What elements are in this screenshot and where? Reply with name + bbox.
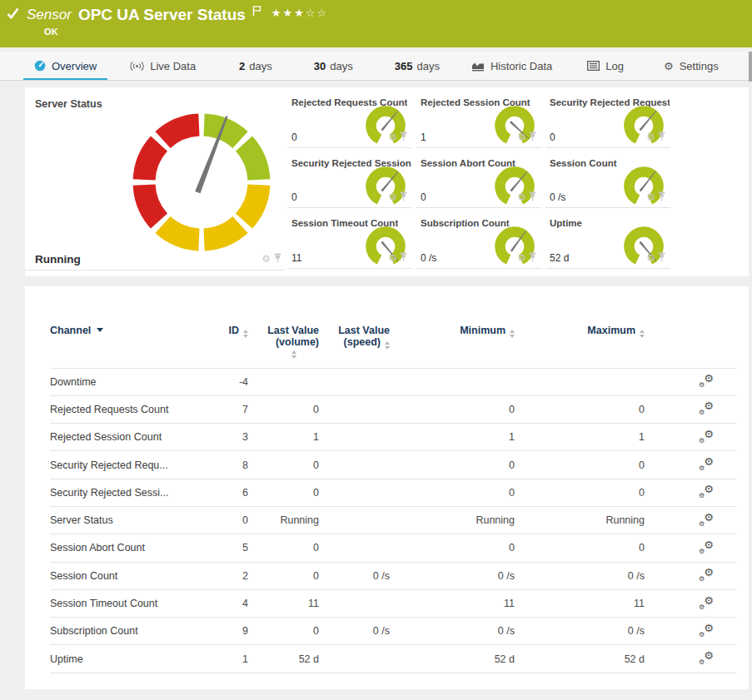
cell: 1 (520, 424, 650, 451)
pin-icon[interactable] (274, 251, 281, 266)
cell-actions: ⚙⚙ (650, 618, 737, 645)
tab-range-number: 2 (239, 60, 245, 72)
channel-value: 0 /s (550, 191, 565, 203)
cell: 0 (396, 395, 520, 423)
table-row: Session Timeout Count4111111⚙⚙ (50, 589, 737, 617)
table-row: Uptime152 d52 d52 d⚙⚙ (50, 645, 737, 673)
tab-historic-data[interactable]: Historic Data (461, 52, 563, 80)
priority-flag-icon[interactable] (252, 5, 261, 20)
channel-settings-icon[interactable]: ⚙⚙ (699, 401, 714, 415)
table-row: Rejected Session Count3111⚙⚙ (50, 424, 737, 451)
mini-gauge-panel[interactable]: Session Timeout Count11⚙ (287, 208, 412, 269)
tab-overview[interactable]: Overview (23, 52, 107, 80)
priority-stars[interactable]: ★★★☆☆ (271, 7, 328, 19)
mini-gauge-panel[interactable]: Security Rejected Session Co...0⚙ (287, 148, 412, 209)
tab-log[interactable]: Log (576, 52, 635, 80)
cell: 0 (254, 618, 325, 645)
cell: 0 (396, 534, 520, 562)
column-header-id[interactable]: ID (208, 320, 254, 368)
column-header-last-value-speed[interactable]: Last Value (speed) (325, 320, 396, 368)
column-header-channel[interactable]: Channel (50, 320, 208, 368)
sort-icon (640, 330, 645, 338)
gear-icon[interactable]: ⚙ (517, 253, 526, 263)
channel-settings-icon[interactable]: ⚙⚙ (699, 429, 714, 443)
tab-365-days[interactable]: 365days (384, 52, 451, 80)
tab-live-data[interactable]: Live Data (119, 52, 207, 80)
cell: 0 /s (520, 562, 650, 589)
channels-card: Channel ID Last Value (volume) Last Valu… (25, 286, 749, 689)
channel-settings-icon[interactable]: ⚙⚙ (699, 651, 714, 664)
pin-icon[interactable] (400, 251, 407, 266)
cell: 0 (208, 506, 254, 534)
cell (325, 451, 396, 479)
channel-settings-icon[interactable]: ⚙⚙ (699, 623, 714, 637)
cell (325, 589, 396, 617)
table-row: Security Rejected Sessi...6000⚙⚙ (50, 479, 737, 506)
pin-icon[interactable] (529, 190, 536, 205)
cell: 52 d (396, 645, 520, 673)
gear-icon[interactable]: ⚙ (388, 253, 397, 263)
cell: 1 (396, 424, 520, 451)
gear-icon[interactable]: ⚙ (646, 192, 655, 202)
mini-gauge-panel[interactable]: Uptime52 d⚙ (545, 208, 670, 269)
gear-icon[interactable]: ⚙ (646, 132, 655, 142)
gear-icon[interactable]: ⚙ (388, 192, 397, 202)
channel-settings-icon[interactable]: ⚙⚙ (699, 596, 714, 609)
gear-icon[interactable]: ⚙ (261, 254, 271, 264)
sort-icon (243, 330, 248, 338)
column-header-minimum[interactable]: Minimum (396, 320, 520, 368)
cell: Downtime (50, 368, 208, 395)
cell: 8 (208, 451, 254, 479)
gear-icon[interactable]: ⚙ (517, 132, 526, 142)
cell: 0 /s (396, 618, 520, 645)
pin-icon[interactable] (529, 130, 536, 145)
cell: Security Rejected Requ... (50, 451, 208, 479)
pin-icon[interactable] (400, 190, 407, 205)
channel-settings-icon[interactable]: ⚙⚙ (699, 568, 714, 581)
table-row: Downtime-4⚙⚙ (50, 368, 737, 395)
channel-settings-icon[interactable]: ⚙⚙ (699, 540, 714, 554)
cell-actions: ⚙⚙ (650, 645, 737, 673)
cell (325, 424, 396, 451)
mini-gauge-panel[interactable]: Session Abort Count0⚙ (416, 148, 541, 209)
cell-actions: ⚙⚙ (650, 424, 737, 451)
channel-settings-icon[interactable]: ⚙⚙ (699, 513, 714, 526)
mini-gauge-panel[interactable]: Session Count0 /s⚙ (545, 148, 670, 209)
server-status-panel[interactable]: Server Status Running ⚙ (25, 87, 285, 271)
cell: 11 (520, 589, 650, 617)
channel-value: 0 (291, 132, 297, 143)
tab-settings[interactable]: ⚙Settings (653, 52, 730, 80)
mini-gauge-panel[interactable]: Rejected Session Count1⚙ (416, 87, 541, 148)
pin-icon[interactable] (658, 251, 665, 266)
cell: 52 d (520, 645, 650, 673)
channel-settings-icon[interactable]: ⚙⚙ (699, 374, 714, 387)
channel-table-body: Downtime-4⚙⚙Rejected Requests Count7000⚙… (50, 368, 737, 673)
cell: 0 (254, 479, 325, 506)
channel-value: 52 d (550, 252, 569, 264)
mini-gauge-panel[interactable]: Subscription Count0 /s⚙ (416, 208, 541, 269)
cell: 1 (254, 424, 325, 451)
column-header-last-value-volume[interactable]: Last Value (volume) (254, 320, 325, 368)
column-header-actions (650, 320, 737, 368)
pin-icon[interactable] (658, 130, 665, 145)
channel-settings-icon[interactable]: ⚙⚙ (699, 484, 714, 498)
settings-icon: ⚙ (664, 61, 674, 72)
cell: 3 (208, 424, 254, 451)
mini-gauge-panel[interactable]: Security Rejected Requests C...0⚙ (545, 87, 670, 148)
tab-range-number: 365 (395, 60, 413, 72)
pin-icon[interactable] (529, 251, 536, 266)
tab-2-days[interactable]: 2days (228, 52, 283, 80)
channel-settings-icon[interactable]: ⚙⚙ (699, 457, 714, 470)
column-header-maximum[interactable]: Maximum (520, 320, 650, 368)
pin-icon[interactable] (658, 190, 665, 205)
pin-icon[interactable] (400, 130, 407, 145)
tab-30-days[interactable]: 30days (303, 52, 364, 80)
cell: 0 (254, 534, 325, 562)
mini-gauge-panel[interactable]: Rejected Requests Count0⚙ (287, 87, 412, 148)
gear-icon[interactable]: ⚙ (517, 192, 526, 202)
gear-icon[interactable]: ⚙ (388, 132, 397, 142)
table-row: Session Abort Count5000⚙⚙ (50, 534, 737, 562)
cell: Uptime (50, 645, 208, 673)
cell-actions: ⚙⚙ (650, 451, 737, 479)
gear-icon[interactable]: ⚙ (646, 253, 655, 263)
